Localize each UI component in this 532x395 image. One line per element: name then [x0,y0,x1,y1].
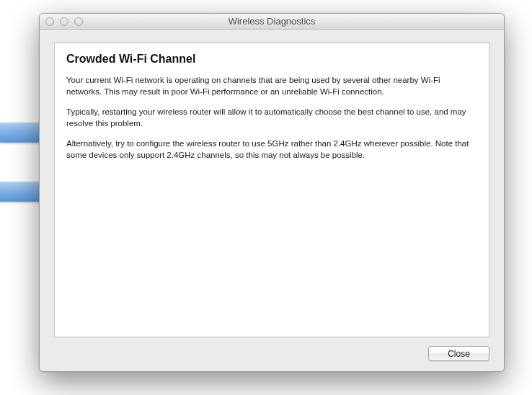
dialog-paragraph: Alternatively, try to configure the wire… [66,138,477,161]
dialog-window: Wireless Diagnostics Crowded Wi-Fi Chann… [39,13,505,372]
button-row: Close [54,346,489,361]
traffic-lights [45,17,83,26]
dialog-paragraph: Your current Wi-Fi network is operating … [66,74,477,97]
window-title: Wireless Diagnostics [40,16,504,27]
content-box: Crowded Wi-Fi Channel Your current Wi-Fi… [54,43,489,337]
dialog-paragraph: Typically, restarting your wireless rout… [66,106,477,129]
close-button[interactable]: Close [428,346,489,361]
zoom-window-icon[interactable] [74,17,83,26]
titlebar[interactable]: Wireless Diagnostics [40,14,504,30]
dialog-heading: Crowded Wi-Fi Channel [66,53,477,66]
minimize-window-icon[interactable] [60,17,68,26]
content-area: Crowded Wi-Fi Channel Your current Wi-Fi… [40,30,504,371]
close-window-icon[interactable] [45,17,54,26]
dialog-body: Your current Wi-Fi network is operating … [66,74,477,161]
